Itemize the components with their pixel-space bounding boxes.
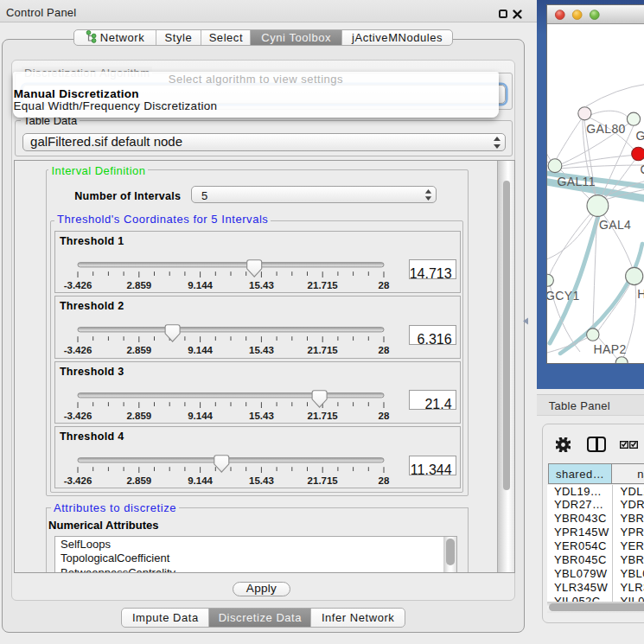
svg-text:GAL4: GAL4 [599,218,631,232]
svg-text:2.859: 2.859 [126,475,151,486]
svg-text:9.144: 9.144 [188,280,213,290]
svg-text:9.144: 9.144 [188,345,213,355]
svg-text:-3.426: -3.426 [64,280,92,290]
svg-text:21.715: 21.715 [308,411,339,421]
svg-text:28: 28 [379,411,390,421]
svg-text:15.43: 15.43 [249,345,274,355]
svg-text:9.144: 9.144 [188,475,213,486]
svg-text:28: 28 [379,280,390,290]
svg-text:21.715: 21.715 [308,280,339,290]
svg-text:15.43: 15.43 [249,475,274,486]
svg-text:-3.426: -3.426 [64,345,92,355]
svg-text:2.859: 2.859 [126,280,151,290]
svg-text:GAL11: GAL11 [558,175,596,188]
svg-text:21.715: 21.715 [308,475,339,486]
svg-text:-3.426: -3.426 [64,411,92,421]
svg-text:GA: GA [636,128,644,142]
svg-text:2.859: 2.859 [126,345,151,355]
svg-text:GAL80: GAL80 [586,122,626,136]
svg-text:15.43: 15.43 [249,280,274,290]
svg-text:GCY1: GCY1 [547,289,580,303]
svg-text:HAP2: HAP2 [594,341,627,355]
svg-text:28: 28 [379,475,390,486]
svg-text:15.43: 15.43 [249,411,274,421]
svg-text:HI: HI [637,287,644,301]
svg-text:21.715: 21.715 [308,345,339,355]
svg-text:28: 28 [379,345,390,355]
svg-text:C: C [641,163,644,176]
svg-text:9.144: 9.144 [188,411,213,421]
svg-text:2.859: 2.859 [126,411,151,421]
svg-text:-3.426: -3.426 [64,475,92,486]
